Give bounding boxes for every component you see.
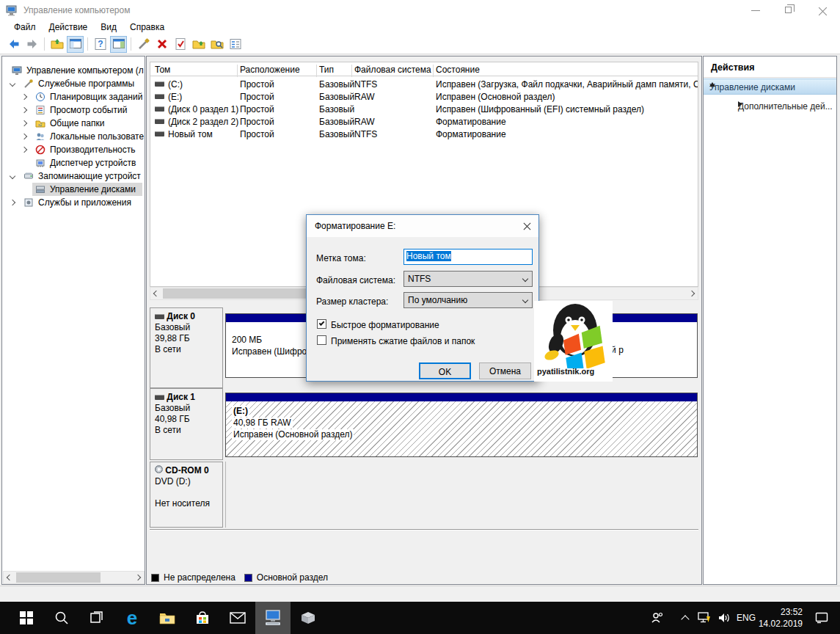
volume-row[interactable]: Новый томПростой БазовыйNTFS Форматирова… [150,128,698,140]
driver-tool-icon[interactable] [135,36,152,53]
volume-row[interactable]: (Диск 2 раздел 2)Простой БазовыйRAW Форм… [150,115,698,128]
volume-label-input[interactable]: Новый том [403,249,533,265]
forward-icon[interactable] [23,36,40,53]
col-layout[interactable]: Расположение [240,65,300,75]
archive-box-icon [300,611,316,625]
close-button[interactable] [807,0,840,21]
language-indicator[interactable]: ENG [737,613,756,623]
clock[interactable]: 23:52 14.02.2019 [757,606,803,630]
tree-item-event-viewer[interactable]: Просмотр событий [3,103,145,117]
menu-help[interactable]: Справка [123,21,171,34]
tree-hscroll-thumb[interactable] [16,572,101,583]
task-scheduler-icon [35,92,45,102]
disk1-label-cell[interactable]: Диск 1 Базовый 40,98 ГБ В сети [150,388,223,460]
cancel-button[interactable]: Отмена [479,362,531,379]
toolbar-separator [44,37,45,51]
chevron-down-icon[interactable] [10,173,15,179]
task-view-button[interactable] [79,602,114,634]
actions-group-disk-management[interactable]: Управление дисками [704,79,836,95]
storage-icon [23,171,34,181]
scroll-left-icon[interactable] [4,572,15,583]
disk0-label-cell[interactable]: Диск 0 Базовый 39,88 ГБ В сети [150,307,223,388]
show-action-pane-icon[interactable] [110,36,127,53]
toolbar-separator [131,37,131,51]
cd-icon [155,465,163,473]
ok-button[interactable]: OK [419,362,471,379]
delete-volume-icon[interactable] [153,36,170,53]
volume-icon [155,106,164,112]
menu-view[interactable]: Вид [94,21,123,34]
chevron-down-icon [522,276,528,282]
search-icon [54,611,69,625]
chevron-right-icon[interactable] [21,120,27,126]
store-icon [195,611,210,625]
chevron-right-icon[interactable] [21,107,27,113]
quick-format-checkbox[interactable] [317,319,326,329]
disk-management-icon [35,184,45,194]
tree-hscrollbar[interactable] [3,571,145,584]
console-tree-panel: Управление компьютером (л Служебные прог… [1,56,145,585]
people-button[interactable] [644,602,671,634]
tray-expand-icon[interactable] [681,615,689,623]
col-volume[interactable]: Том [155,65,170,75]
chevron-down-icon[interactable] [10,81,15,87]
scroll-left-icon[interactable] [150,288,162,299]
tree-item-computer-management[interactable]: Управление компьютером (л [3,64,145,77]
start-button[interactable] [9,602,44,634]
volume-button[interactable] [713,602,737,634]
main-hscroll-thumb[interactable] [163,288,317,299]
edge-button[interactable]: e [114,602,150,634]
volume-row[interactable]: (C:)Простой БазовыйNTFS Исправен (Загруз… [150,78,698,90]
col-fs[interactable]: Файловая система [354,65,431,75]
menu-file[interactable]: Файл [7,21,43,34]
tree-item-disk-management[interactable]: Управление дисками [3,183,145,196]
dialog-close-button[interactable] [519,219,534,233]
scroll-right-icon[interactable] [132,572,144,583]
tree-item-performance[interactable]: Производительность [3,143,145,156]
tree-item-task-scheduler[interactable]: Планировщик заданий [3,90,145,103]
help-icon[interactable]: ? [92,36,109,53]
view-list-icon[interactable] [227,36,244,53]
restore-button[interactable] [773,0,806,21]
show-console-tree-icon[interactable] [67,36,84,53]
tree-item-device-manager[interactable]: Диспетчер устройств [3,156,145,170]
folder-search-icon[interactable] [208,36,225,53]
store-button[interactable] [185,602,220,634]
actions-more-item[interactable]: Дополнительные дей... [704,99,836,114]
chevron-right-icon[interactable] [21,94,27,100]
tree-item-system-tools[interactable]: Служебные программы [3,77,145,90]
search-button[interactable] [44,602,79,634]
device-box-button[interactable] [291,602,326,634]
tree-item-local-users[interactable]: Локальные пользовате [3,130,145,143]
col-type[interactable]: Тип [319,65,334,75]
tree-item-services[interactable]: Службы и приложения [3,196,145,209]
chevron-right-icon[interactable] [10,200,15,205]
action-center-button[interactable] [807,602,836,634]
folder-open-icon[interactable] [190,36,207,53]
computer-management-button[interactable] [255,602,291,634]
compress-checkbox[interactable] [317,335,326,345]
chevron-right-icon[interactable] [21,147,27,153]
back-icon[interactable] [5,36,22,53]
volume-row[interactable]: (E:)Простой БазовыйRAW Исправен (Основно… [150,90,698,103]
chevron-right-icon[interactable] [21,134,27,139]
minimize-button[interactable] [739,0,773,21]
tree-item-shared-folders[interactable]: x2 Общие папки [3,117,145,130]
col-status[interactable]: Состояние [436,65,480,75]
check-document-icon[interactable] [172,36,189,53]
volume-row[interactable]: (Диск 0 раздел 1)Простой Базовый Исправе… [150,103,698,115]
file-system-select[interactable]: NTFS [403,271,533,287]
folder-up-icon[interactable] [48,36,65,53]
cluster-size-select[interactable]: По умолчанию [403,292,533,308]
toolbar: ? [0,34,840,54]
collapse-icon[interactable] [709,82,715,87]
disk1-partition-e[interactable]: (E:) 40,98 ГБ RAW Исправен (Основной раз… [225,393,698,457]
mail-button[interactable] [220,602,255,634]
tools-icon [23,79,34,89]
tree-item-storage[interactable]: Запоминающие устройст [3,170,145,183]
cdrom-label-cell[interactable]: CD-ROM 0 DVD (D:) Нет носителя [150,462,223,528]
scroll-right-icon[interactable] [686,288,698,299]
svg-text:x2: x2 [38,123,43,127]
menu-action[interactable]: Действие [43,21,95,34]
file-explorer-button[interactable] [150,602,185,634]
